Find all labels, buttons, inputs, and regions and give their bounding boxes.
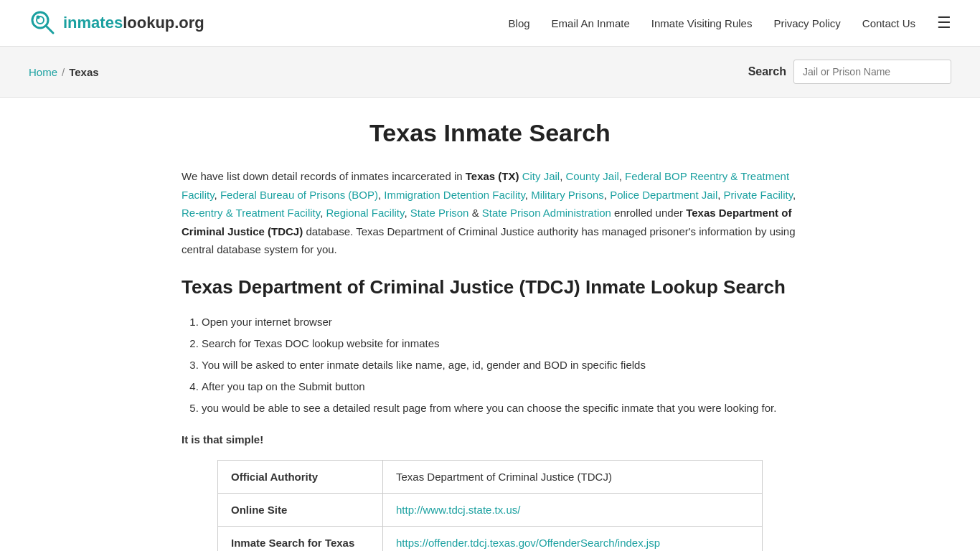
link-immigration[interactable]: Immigration Detention Facility xyxy=(384,189,524,201)
list-item: you would be able to see a detailed resu… xyxy=(202,397,798,419)
breadcrumb-separator: / xyxy=(62,66,65,78)
search-label: Search xyxy=(748,65,786,78)
table-cell-value: Texas Department of Criminal Justice (TD… xyxy=(383,460,763,493)
intro-text-1: We have list down detail records of inma… xyxy=(182,170,466,182)
intro-paragraph: We have list down detail records of inma… xyxy=(182,167,798,259)
link-police-jail[interactable]: Police Department Jail xyxy=(610,189,717,201)
nav-visiting-rules[interactable]: Inmate Visiting Rules xyxy=(651,17,753,29)
site-header: inmateslookup.org Blog Email An Inmate I… xyxy=(0,0,980,47)
link-regional[interactable]: Regional Facility xyxy=(326,207,404,219)
link-federal-bop[interactable]: Federal Bureau of Prisons (BOP) xyxy=(220,189,378,201)
inmate-search-link[interactable]: https://offender.tdcj.texas.gov/Offender… xyxy=(396,537,660,549)
search-input[interactable] xyxy=(793,60,951,84)
breadcrumb-bar: Home / Texas Search xyxy=(0,47,980,98)
hamburger-icon[interactable]: ☰ xyxy=(937,14,951,32)
intro-text-2: enrolled under xyxy=(614,207,686,219)
table-cell-value: https://offender.tdcj.texas.gov/Offender… xyxy=(383,526,763,551)
table-cell-value: http://www.tdcj.state.tx.us/ xyxy=(383,493,763,526)
nav-privacy-policy[interactable]: Privacy Policy xyxy=(773,17,840,29)
svg-point-3 xyxy=(37,16,40,19)
logo[interactable]: inmateslookup.org xyxy=(29,9,204,37)
link-state-prison[interactable]: State Prison xyxy=(410,207,469,219)
breadcrumb: Home / Texas xyxy=(29,66,99,78)
search-area: Search xyxy=(748,60,951,84)
list-item: You will be asked to enter inmate detail… xyxy=(202,354,798,376)
table-cell-label: Inmate Search for Texas xyxy=(218,526,383,551)
list-item: Search for Texas DOC lookup website for … xyxy=(202,333,798,354)
table-row: Inmate Search for Texas https://offender… xyxy=(218,526,763,551)
list-item: Open your internet browser xyxy=(202,311,798,333)
list-item: After you tap on the Submit button xyxy=(202,376,798,397)
breadcrumb-home[interactable]: Home xyxy=(29,66,57,78)
nav-contact-us[interactable]: Contact Us xyxy=(862,17,915,29)
link-reentry[interactable]: Re-entry & Treatment Facility xyxy=(182,207,320,219)
link-private[interactable]: Private Facility xyxy=(724,189,793,201)
logo-text: inmateslookup.org xyxy=(63,14,204,32)
link-state-prison-admin[interactable]: State Prison Administration xyxy=(482,207,611,219)
table-cell-label: Official Authority xyxy=(218,460,383,493)
main-content: Texas Inmate Search We have list down de… xyxy=(167,98,813,551)
logo-icon xyxy=(29,9,57,37)
link-city-jail[interactable]: City Jail xyxy=(522,170,560,182)
simple-label: It is that simple! xyxy=(182,433,798,446)
nav-email-inmate[interactable]: Email An Inmate xyxy=(552,17,630,29)
link-military[interactable]: Military Prisons xyxy=(531,189,604,201)
table-row: Online Site http://www.tdcj.state.tx.us/ xyxy=(218,493,763,526)
info-table: Official Authority Texas Department of C… xyxy=(217,460,763,552)
main-nav: Blog Email An Inmate Inmate Visiting Rul… xyxy=(509,14,951,32)
breadcrumb-current: Texas xyxy=(69,66,98,78)
nav-blog[interactable]: Blog xyxy=(509,17,530,29)
online-site-link[interactable]: http://www.tdcj.state.tx.us/ xyxy=(396,504,520,516)
steps-list: Open your internet browser Search for Te… xyxy=(202,311,798,419)
svg-line-2 xyxy=(46,26,53,33)
page-title: Texas Inmate Search xyxy=(182,119,798,147)
table-cell-label: Online Site xyxy=(218,493,383,526)
section-title: Texas Department of Criminal Justice (TD… xyxy=(182,276,798,298)
table-row: Official Authority Texas Department of C… xyxy=(218,460,763,493)
link-county-jail[interactable]: County Jail xyxy=(566,170,619,182)
state-bold: Texas (TX) xyxy=(466,170,519,182)
